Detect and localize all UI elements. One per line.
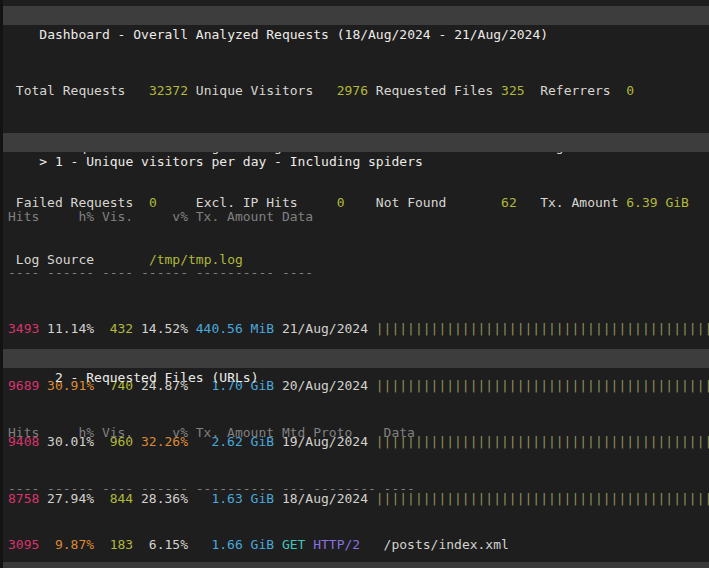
panel-1-header-bar[interactable]: > 1 - Unique visitors per day - Includin… — [0, 133, 709, 152]
protocol-column-header: Proto — [305, 424, 375, 443]
hits-column-header: Hits — [8, 424, 39, 443]
hits-cell: 3095 — [8, 536, 39, 555]
dashboard-title-bar: Dashboard - Overall Analyzed Requests (1… — [0, 6, 709, 25]
left-edge-line — [0, 0, 3, 568]
hits-cell: 3493 — [8, 320, 39, 339]
method-cell: GET — [274, 536, 305, 555]
tx-amount-cell: 1.66 GiB — [188, 536, 274, 555]
visitors-pct-cell: 6.15% — [133, 536, 188, 555]
url-cell: /posts/index.xml — [376, 536, 709, 555]
visitors-cell: 183 — [94, 536, 133, 555]
hits-column-header: Hits — [8, 208, 39, 227]
table-row[interactable]: 3095 9.87% 183 6.15% 1.66 GiB GET HTTP/2… — [0, 536, 709, 555]
summary-label: Referrers — [540, 82, 610, 101]
tx-amount-cell: 440.56 MiB — [188, 320, 274, 339]
hits-pct-column-header: h% — [39, 208, 94, 227]
summary-label: Total Requests — [16, 82, 126, 101]
summary-value: 2976 — [337, 82, 368, 101]
visitors-pct-column-header: v% — [133, 424, 188, 443]
hits-bar: ||||||||||||||||||||||||||||||||||||||||… — [368, 320, 709, 339]
summary-label: Requested Files — [376, 82, 493, 101]
date-cell: 21/Aug/2024 — [274, 320, 368, 339]
summary-value: 0 — [626, 82, 634, 101]
visitors-pct-column-header: v% — [133, 208, 188, 227]
method-column-header: Mtd — [274, 424, 305, 443]
dashboard-title: Dashboard - Overall Analyzed Requests (1… — [39, 27, 548, 42]
hits-pct-cell: 11.14% — [39, 320, 94, 339]
data-column-header: Data — [376, 424, 709, 443]
panel-1-header-label: > 1 - Unique visitors per day - Includin… — [39, 154, 423, 169]
next-panel-header-bar-partial — [0, 562, 709, 568]
tx-amount-column-header: Tx. Amount — [188, 424, 274, 443]
protocol-cell: HTTP/2 — [305, 536, 375, 555]
data-column-header: Data — [274, 208, 368, 227]
table-row[interactable]: 3493 11.14% 432 14.52% 440.56 MiB 21/Aug… — [0, 320, 709, 339]
summary-value: 325 — [501, 82, 524, 101]
panel-2-header-separator: ---- ------ ---- ------ ---------- --- -… — [0, 480, 709, 499]
goaccess-terminal-screen: Dashboard - Overall Analyzed Requests (1… — [0, 0, 709, 568]
panel-1-column-headers: Hits h% Vis. v% Tx. Amount Data — [0, 208, 709, 227]
summary-value: 32372 — [149, 82, 188, 101]
hits-pct-cell: 9.87% — [39, 536, 94, 555]
panel-2-header-bar[interactable]: 2 - Requested Files (URLs) — [0, 349, 709, 368]
visitors-cell: 432 — [94, 320, 133, 339]
tx-amount-column-header: Tx. Amount — [188, 208, 274, 227]
panel-2-table: Hits h% Vis. v% Tx. Amount Mtd Proto Dat… — [0, 386, 709, 568]
panel-2-column-headers: Hits h% Vis. v% Tx. Amount Mtd Proto Dat… — [0, 424, 709, 443]
summary-line: Total Requests 32372 Unique Visitors 297… — [0, 82, 709, 101]
panel-1-header-separator: ---- ------ ---- ------ ---------- ---- — [0, 264, 709, 283]
panel-2-header-label: 2 - Requested Files (URLs) — [39, 370, 258, 385]
visitors-column-header: Vis. — [94, 424, 133, 443]
hits-pct-column-header: h% — [39, 424, 94, 443]
visitors-column-header: Vis. — [94, 208, 133, 227]
summary-label: Unique Visitors — [196, 82, 313, 101]
visitors-pct-cell: 14.52% — [133, 320, 188, 339]
